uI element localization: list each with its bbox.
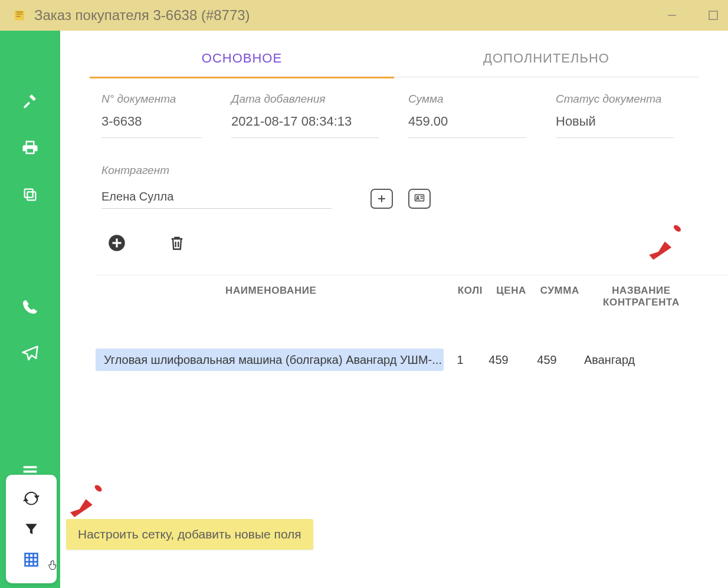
svg-rect-4 xyxy=(25,189,33,198)
sidebar xyxy=(0,31,60,588)
maximize-button[interactable] xyxy=(708,10,719,21)
telegram-icon[interactable] xyxy=(19,343,41,364)
th-contragent[interactable]: НАЗВАНИЕ КОНТРАГЕНТА xyxy=(579,285,697,308)
sum-value[interactable]: 459.00 xyxy=(408,114,526,138)
info-grid: N° документа 3-6638 Дата добавления 2021… xyxy=(60,78,728,144)
tooltip-grid-settings: Настроить сетку, добавить новые поля xyxy=(66,519,313,550)
contragent-value[interactable]: Елена Сулла xyxy=(101,185,332,209)
cursor-hand-icon xyxy=(47,560,60,573)
status-label: Статус документа xyxy=(556,93,674,106)
tabs: ОСНОВНОЕ ДОПОЛНИТЕЛЬНО xyxy=(90,44,699,77)
items-table: НАИМЕНОВАНИЕ КОЛІ ЦЕНА СУММА НАЗВАНИЕ КО… xyxy=(96,275,728,373)
svg-rect-2 xyxy=(709,11,717,19)
cell-price[interactable]: 459 xyxy=(477,353,520,367)
svg-rect-6 xyxy=(24,471,37,473)
sidebar-tools-panel xyxy=(6,475,57,583)
titlebar: Заказ покупателя 3-6638 (#8773) xyxy=(0,0,728,31)
table-toolbar xyxy=(60,209,728,264)
field-doc-number: N° документа 3-6638 xyxy=(101,93,202,138)
svg-rect-8 xyxy=(25,554,38,566)
phone-icon[interactable] xyxy=(19,296,41,317)
add-contragent-button[interactable] xyxy=(370,189,393,209)
th-sum[interactable]: СУММА xyxy=(526,285,579,308)
window-title: Заказ покупателя 3-6638 (#8773) xyxy=(34,7,250,24)
table-header: НАИМЕНОВАНИЕ КОЛІ ЦЕНА СУММА НАЗВАНИЕ КО… xyxy=(96,275,728,318)
th-name[interactable]: НАИМЕНОВАНИЕ xyxy=(101,285,450,308)
field-date-added: Дата добавления 2021-08-17 08:34:13 xyxy=(231,93,379,138)
delete-row-button[interactable] xyxy=(168,234,186,252)
refresh-icon[interactable] xyxy=(19,487,43,510)
main-content: ОСНОВНОЕ ДОПОЛНИТЕЛЬНО N° документа 3-66… xyxy=(60,31,728,588)
contragent-field[interactable]: Елена Сулла xyxy=(101,185,332,209)
tab-main[interactable]: ОСНОВНОЕ xyxy=(90,44,394,77)
svg-rect-3 xyxy=(27,192,35,200)
cell-name[interactable]: Угловая шлифовальная машина (болгарка) А… xyxy=(96,349,444,371)
minimize-button[interactable] xyxy=(667,10,677,21)
table-row[interactable]: Угловая шлифовальная машина (болгарка) А… xyxy=(96,346,728,373)
window-controls xyxy=(667,0,719,31)
contragent-label: Контрагент xyxy=(101,164,687,177)
add-row-button[interactable] xyxy=(107,234,126,252)
doc-number-value[interactable]: 3-6638 xyxy=(101,114,202,138)
status-value[interactable]: Новый xyxy=(556,114,674,138)
cell-contragent[interactable]: Авангард xyxy=(573,353,691,367)
grid-settings-icon[interactable] xyxy=(19,548,43,571)
field-status: Статус документа Новый xyxy=(556,93,674,138)
th-qty[interactable]: КОЛІ xyxy=(450,285,483,308)
svg-point-16 xyxy=(417,196,418,198)
date-added-label: Дата добавления xyxy=(231,93,379,106)
app-notes-icon xyxy=(13,9,26,22)
doc-number-label: N° документа xyxy=(101,93,202,106)
sum-label: Сумма xyxy=(408,93,526,106)
cell-sum[interactable]: 459 xyxy=(520,353,573,367)
filter-icon[interactable] xyxy=(19,517,43,541)
contragent-card-button[interactable] xyxy=(408,189,431,209)
tab-extra[interactable]: ДОПОЛНИТЕЛЬНО xyxy=(394,44,699,77)
svg-rect-5 xyxy=(24,466,37,468)
field-sum: Сумма 459.00 xyxy=(408,93,526,138)
date-added-value[interactable]: 2021-08-17 08:34:13 xyxy=(231,114,379,138)
copy-icon[interactable] xyxy=(19,184,41,205)
th-price[interactable]: ЦЕНА xyxy=(483,285,526,308)
cell-qty[interactable]: 1 xyxy=(444,353,477,367)
gavel-icon[interactable] xyxy=(19,90,41,111)
print-icon[interactable] xyxy=(19,137,41,158)
table-filter-row[interactable] xyxy=(96,318,728,346)
